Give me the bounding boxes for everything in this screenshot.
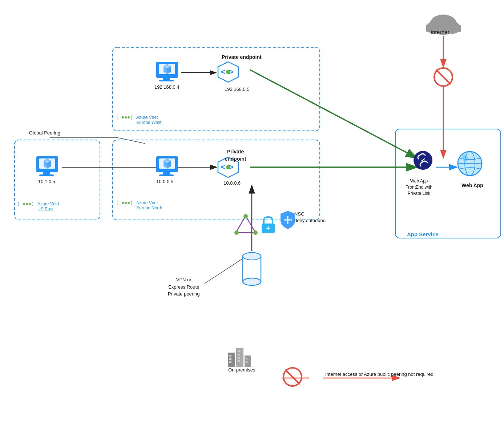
nsg-label: NSGdeny outbound: [294, 211, 326, 224]
app-service-label: App Service: [407, 231, 439, 237]
svg-point-80: [243, 253, 261, 260]
svg-rect-78: [243, 256, 261, 282]
svg-text:<: <: [221, 67, 226, 76]
vpn-label: VPN orExpress RoutePrivate peering: [168, 276, 199, 298]
svg-rect-86: [229, 361, 231, 363]
svg-point-64: [434, 68, 452, 86]
svg-rect-0: [113, 47, 320, 131]
svg-rect-27: [159, 64, 175, 74]
svg-point-61: [465, 152, 475, 176]
svg-point-101: [122, 202, 124, 204]
svg-point-71: [243, 214, 248, 218]
svg-text:US East: US East: [37, 206, 54, 212]
diagram-container: < > < >: [0, 0, 504, 426]
svg-rect-43: [39, 158, 55, 169]
svg-point-79: [243, 278, 261, 285]
svg-text:<: <: [221, 162, 226, 172]
svg-rect-34: [156, 156, 178, 172]
global-peering-label: Global Peering: [29, 130, 60, 136]
svg-text:Europe West: Europe West: [136, 120, 162, 125]
svg-marker-50: [218, 62, 238, 82]
svg-point-57: [226, 165, 230, 169]
svg-text:⟨: ⟨: [17, 201, 19, 206]
internet-label: Internet: [431, 29, 449, 35]
svg-point-73: [253, 230, 258, 235]
svg-marker-31: [164, 64, 171, 66]
svg-rect-88: [238, 354, 240, 355]
svg-rect-28: [163, 78, 170, 80]
svg-text:>: >: [229, 67, 234, 76]
svg-rect-83: [245, 355, 251, 367]
svg-point-77: [243, 253, 261, 260]
pe-eu-north-ip: 10.0.0.6: [223, 180, 241, 186]
svg-rect-36: [163, 172, 170, 174]
svg-rect-89: [238, 357, 240, 359]
svg-rect-85: [229, 358, 231, 360]
svg-point-58: [414, 151, 432, 170]
svg-rect-74: [262, 224, 275, 233]
web-app-label: Web App: [461, 182, 483, 188]
svg-point-103: [128, 202, 130, 204]
svg-rect-38: [164, 161, 171, 166]
svg-rect-44: [43, 172, 50, 174]
svg-rect-26: [156, 62, 178, 78]
svg-text:⟩: ⟩: [131, 200, 133, 205]
pe-eu-north-label: Privateendpoint: [221, 148, 250, 162]
vm-eu-west-ip: 192.168.0.4: [154, 84, 180, 90]
svg-rect-91: [246, 358, 247, 359]
svg-rect-42: [36, 156, 58, 172]
svg-text:>: >: [229, 162, 234, 172]
svg-rect-2: [15, 140, 100, 220]
svg-text:⟨: ⟨: [116, 115, 118, 120]
svg-rect-46: [44, 161, 51, 166]
svg-text:⟨: ⟨: [116, 200, 118, 205]
svg-text:Azure Vnet: Azure Vnet: [136, 115, 158, 120]
svg-point-96: [128, 116, 130, 118]
svg-point-108: [23, 203, 25, 205]
pe-eu-west-ip: 192.168.0.5: [225, 87, 250, 92]
pe-eu-west-label: Private endpoint: [222, 54, 262, 60]
svg-point-109: [26, 203, 28, 205]
svg-marker-32: [167, 66, 171, 74]
svg-rect-45: [39, 174, 54, 176]
svg-marker-49: [44, 161, 47, 169]
internet-access-label: Internet access or Azure public peering …: [325, 371, 434, 378]
svg-marker-47: [44, 158, 51, 161]
svg-rect-29: [159, 80, 174, 81]
svg-rect-82: [236, 348, 243, 367]
svg-point-63: [461, 154, 469, 162]
svg-marker-39: [164, 158, 171, 161]
svg-rect-87: [238, 350, 240, 352]
svg-line-65: [436, 70, 451, 84]
svg-text:Azure Vnet: Azure Vnet: [37, 201, 59, 206]
on-premises-label: On-premises: [228, 367, 255, 373]
svg-point-59: [457, 151, 483, 176]
svg-rect-37: [159, 174, 174, 176]
svg-point-72: [234, 230, 239, 235]
svg-point-66: [283, 368, 302, 386]
svg-line-14: [116, 137, 145, 144]
svg-marker-41: [164, 161, 167, 169]
diagram-svg: < > < >: [0, 0, 504, 426]
svg-rect-30: [164, 66, 171, 72]
svg-text:⟩: ⟩: [131, 115, 133, 120]
svg-marker-33: [164, 66, 167, 74]
svg-point-94: [122, 116, 124, 118]
svg-point-102: [125, 202, 127, 204]
svg-text:Azure Vnet: Azure Vnet: [136, 200, 158, 205]
svg-rect-84: [229, 355, 231, 357]
svg-rect-35: [159, 158, 175, 169]
svg-point-53: [226, 70, 230, 74]
web-app-frontend-label: Web AppFrontEnd withPrivate Link: [403, 178, 435, 196]
svg-point-110: [29, 203, 31, 205]
svg-marker-70: [236, 216, 255, 233]
vm-eu-north-ip: 10.0.0.5: [156, 179, 173, 184]
svg-text:Europe North: Europe North: [136, 205, 162, 210]
svg-text:⟩: ⟩: [32, 201, 34, 206]
svg-rect-90: [238, 360, 240, 362]
svg-line-67: [285, 370, 300, 384]
svg-marker-40: [167, 161, 171, 169]
svg-line-15: [205, 258, 243, 284]
svg-line-9: [250, 70, 417, 158]
svg-marker-48: [47, 161, 51, 169]
